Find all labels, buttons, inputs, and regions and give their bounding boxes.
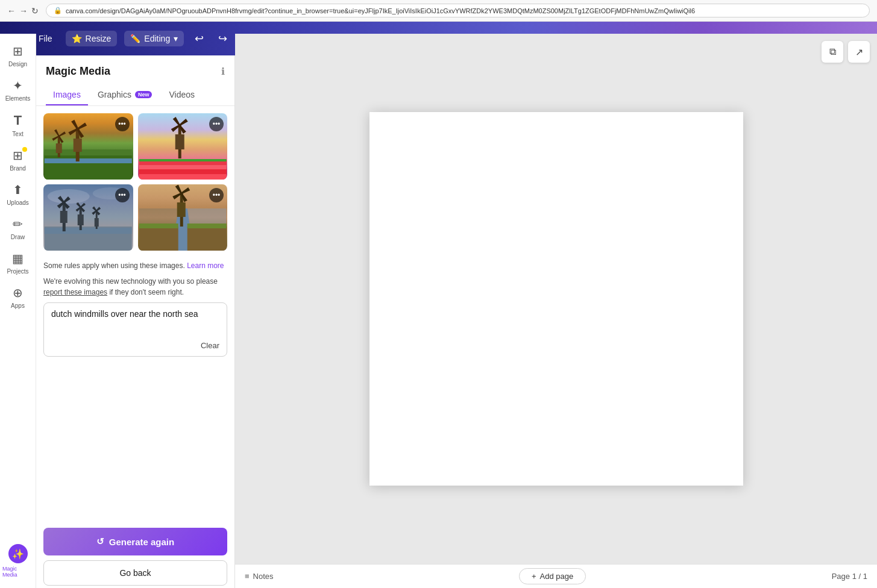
- notes-icon: ≡: [245, 572, 250, 581]
- sidebar-item-elements[interactable]: ✦ Elements: [0, 74, 36, 107]
- canvas-page: [369, 112, 743, 486]
- brand-icon: ⊞: [13, 148, 23, 163]
- image-menu-btn-2[interactable]: •••: [209, 117, 224, 131]
- sidebar-item-projects[interactable]: ▦ Projects: [0, 246, 36, 280]
- generate-again-button[interactable]: ↺ Generate again: [43, 528, 227, 555]
- sidebar-item-magic-media[interactable]: ✨ Magic Media: [0, 539, 36, 583]
- add-page-button[interactable]: + Add page: [519, 568, 586, 584]
- sidebar-item-design[interactable]: ⊞ Design: [0, 39, 36, 72]
- sidebar-item-text[interactable]: T Text: [0, 108, 36, 142]
- sidebar-item-label: Design: [8, 61, 27, 67]
- info-icon[interactable]: ℹ: [221, 66, 225, 77]
- page-counter: Page 1 / 1: [832, 572, 867, 581]
- image-card-1[interactable]: •••: [43, 113, 133, 180]
- design-icon: ⊞: [13, 44, 23, 58]
- back-button[interactable]: ←: [7, 6, 16, 16]
- bottom-bar: ≡ Notes + Add page Page 1 / 1: [235, 564, 877, 588]
- tab-graphics[interactable]: Graphics New: [90, 85, 160, 105]
- learn-more-link[interactable]: Learn more: [187, 261, 224, 270]
- tab-images-label: Images: [53, 90, 81, 99]
- forward-button[interactable]: →: [19, 6, 28, 16]
- text-icon: T: [14, 113, 22, 128]
- generate-icon: ↺: [96, 536, 104, 547]
- notes-button[interactable]: ≡ Notes: [245, 572, 274, 581]
- sidebar-item-label: Uploads: [7, 199, 29, 206]
- editing-chevron-icon: ▾: [174, 34, 178, 43]
- lock-icon: 🔒: [54, 7, 62, 14]
- editing-label: Editing: [144, 34, 170, 43]
- tab-graphics-label: Graphics: [98, 90, 131, 99]
- image-card-2[interactable]: •••: [138, 113, 228, 180]
- draw-icon: ✏: [13, 217, 23, 231]
- tab-videos[interactable]: Videos: [162, 85, 202, 105]
- sidebar-item-label: Magic Media: [2, 566, 33, 578]
- image-menu-btn-4[interactable]: •••: [209, 188, 224, 202]
- sidebar-item-label: Elements: [5, 95, 31, 102]
- sidebar-item-brand[interactable]: ⊞ Brand: [0, 143, 36, 177]
- sidebar-item-apps[interactable]: ⊕ Apps: [0, 281, 36, 314]
- report-images-link[interactable]: report these images: [43, 288, 107, 296]
- panel-header: Magic Media ℹ: [36, 55, 234, 85]
- file-button[interactable]: File: [33, 30, 58, 47]
- prompt-area: dutch windmills over near the north sea …: [43, 302, 227, 357]
- svg-rect-23: [139, 165, 226, 169]
- tab-images[interactable]: Images: [46, 85, 88, 105]
- sidebar-item-label: Apps: [11, 302, 25, 309]
- apps-icon: ⊕: [13, 286, 23, 300]
- svg-rect-52: [139, 227, 178, 251]
- svg-rect-54: [139, 224, 178, 228]
- svg-rect-21: [175, 134, 184, 149]
- magic-media-icon: ✨: [8, 544, 28, 563]
- prompt-textarea[interactable]: dutch windmills over near the north sea: [51, 309, 219, 345]
- svg-rect-53: [187, 227, 226, 251]
- tab-videos-label: Videos: [169, 90, 195, 99]
- svg-rect-15: [56, 143, 62, 153]
- notes-label: Notes: [253, 572, 274, 581]
- sidebar-item-draw[interactable]: ✏ Draw: [0, 212, 36, 245]
- image-menu-btn-1[interactable]: •••: [115, 117, 130, 131]
- brand-star-badge: [22, 147, 27, 152]
- svg-rect-36: [60, 211, 68, 223]
- editing-pencil-icon: ✏️: [130, 34, 140, 43]
- share-icon: ↗: [855, 46, 863, 58]
- url-text: canva.com/design/DAGgAiAy0aM/NPOgruoubAD…: [66, 7, 695, 14]
- resize-button[interactable]: ⭐ Resize: [66, 31, 118, 46]
- url-bar: ← → ↻ 🔒 canva.com/design/DAGgAiAy0aM/NPO…: [0, 0, 877, 22]
- svg-rect-55: [187, 224, 226, 228]
- svg-rect-25: [139, 174, 226, 180]
- image-card-4[interactable]: •••: [138, 184, 228, 251]
- duplicate-canvas-button[interactable]: ⧉: [822, 41, 843, 63]
- refresh-button[interactable]: ↻: [31, 6, 39, 16]
- share-canvas-button[interactable]: ↗: [848, 41, 870, 63]
- left-sidebar: ⊞ Design ✦ Elements T Text ⊞ Brand ⬆ Upl…: [0, 34, 36, 588]
- canvas-toolbar-right: ⧉ ↗: [822, 41, 870, 63]
- image-menu-btn-3[interactable]: •••: [115, 188, 130, 202]
- new-badge: New: [135, 91, 152, 98]
- projects-icon: ▦: [12, 251, 24, 266]
- svg-point-27: [48, 189, 90, 204]
- uploads-icon: ⬆: [13, 183, 23, 197]
- address-bar[interactable]: 🔒 canva.com/design/DAGgAiAy0aM/NPOgruoub…: [46, 4, 870, 17]
- sidebar-item-uploads[interactable]: ⬆ Uploads: [0, 178, 36, 211]
- panel-content: •••: [36, 106, 234, 528]
- undo-button[interactable]: ↩: [191, 28, 207, 49]
- panel-title: Magic Media: [46, 65, 110, 78]
- generate-label: Generate again: [109, 537, 174, 547]
- magic-media-panel: Magic Media ℹ Images Graphics New Videos: [36, 55, 235, 588]
- resize-label: Resize: [86, 34, 112, 43]
- clear-button[interactable]: Clear: [201, 341, 219, 350]
- go-back-button[interactable]: Go back: [43, 560, 227, 586]
- editing-button[interactable]: ✏️ Editing ▾: [124, 31, 184, 46]
- svg-rect-9: [74, 139, 82, 152]
- svg-rect-26: [139, 159, 226, 161]
- elements-icon: ✦: [13, 78, 23, 93]
- panel-footer: ↺ Generate again Go back ⭐ Use 1 of 49 c…: [36, 528, 234, 588]
- browser-nav[interactable]: ← → ↻: [7, 6, 39, 16]
- sidebar-item-label: Brand: [10, 165, 26, 172]
- panel-tabs: Images Graphics New Videos: [36, 85, 234, 106]
- sidebar-item-label: Projects: [7, 268, 28, 275]
- notice-text-2: We're evolving this new technology with …: [43, 276, 227, 298]
- redo-button[interactable]: ↪: [215, 28, 231, 49]
- image-card-3[interactable]: •••: [43, 184, 133, 251]
- sidebar-item-label: Draw: [11, 234, 25, 240]
